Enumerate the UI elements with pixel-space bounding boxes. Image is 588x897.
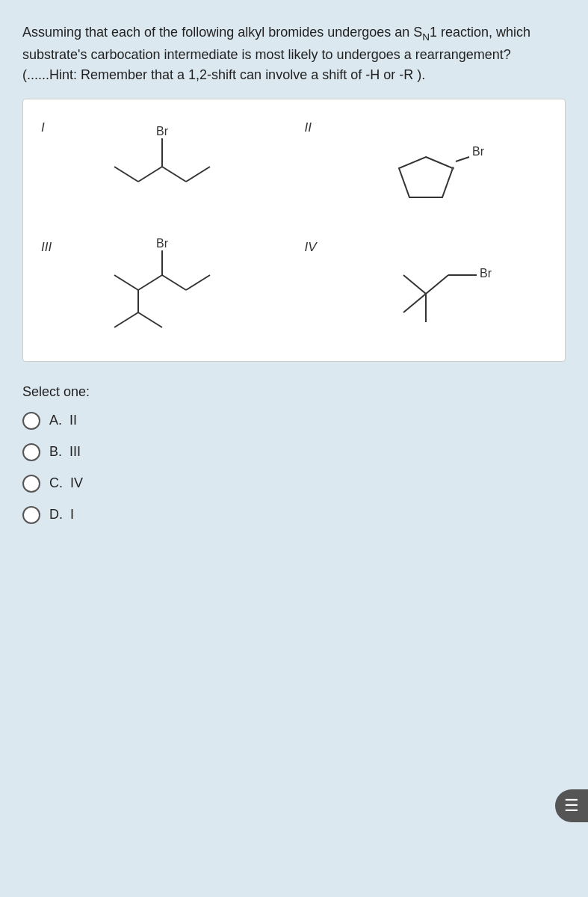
svg-line-13 <box>114 275 138 290</box>
structure-I: I Br <box>31 114 294 226</box>
svg-line-14 <box>162 275 186 290</box>
feedback-button[interactable]: ☰ <box>555 789 588 822</box>
radio-D[interactable] <box>22 506 40 524</box>
structure-II: II Br <box>294 114 558 226</box>
structure-III: III Br <box>31 234 294 346</box>
svg-line-15 <box>186 275 210 290</box>
svg-line-23 <box>403 294 426 312</box>
option-B-text: B. III <box>49 444 81 460</box>
svg-text:Br: Br <box>156 237 169 250</box>
svg-text:Br: Br <box>156 125 169 138</box>
svg-structure-I: Br <box>87 122 237 219</box>
svg-marker-8 <box>399 157 453 197</box>
svg-structure-III: Br <box>80 234 244 346</box>
svg-line-17 <box>114 312 138 327</box>
question-text: Assuming that each of the following alky… <box>22 22 566 85</box>
svg-text:Br: Br <box>480 267 492 280</box>
label-IV: IV <box>305 240 317 255</box>
option-C-text: C. IV <box>49 475 83 491</box>
radio-A[interactable] <box>22 412 40 430</box>
svg-line-12 <box>138 275 162 290</box>
svg-line-3 <box>114 167 138 182</box>
svg-line-5 <box>186 167 210 182</box>
svg-line-7 <box>456 157 469 161</box>
svg-structure-II: Br <box>351 118 501 223</box>
structure-IV: IV Br <box>294 234 558 346</box>
label-I: I <box>41 120 45 135</box>
label-III: III <box>41 240 52 255</box>
option-B[interactable]: B. III <box>22 443 566 461</box>
feedback-icon: ☰ <box>564 796 579 816</box>
radio-B[interactable] <box>22 443 40 461</box>
svg-line-2 <box>138 167 162 182</box>
option-D[interactable]: D. I <box>22 506 566 524</box>
svg-line-21 <box>426 275 448 294</box>
option-A-text: A. II <box>49 413 77 428</box>
svg-structure-IV: Br <box>351 234 501 346</box>
svg-point-9 <box>451 167 454 170</box>
option-D-text: D. I <box>49 507 74 523</box>
svg-line-18 <box>138 312 162 327</box>
option-A[interactable]: A. II <box>22 412 566 430</box>
svg-line-22 <box>403 275 426 294</box>
select-one-label: Select one: <box>22 384 566 400</box>
structures-box: I Br II Br <box>22 99 566 362</box>
radio-C[interactable] <box>22 475 40 493</box>
svg-text:Br: Br <box>472 145 485 158</box>
svg-line-4 <box>162 167 186 182</box>
options-list: A. II B. III C. IV D. I <box>22 412 566 524</box>
label-II: II <box>305 120 312 135</box>
option-C[interactable]: C. IV <box>22 475 566 493</box>
